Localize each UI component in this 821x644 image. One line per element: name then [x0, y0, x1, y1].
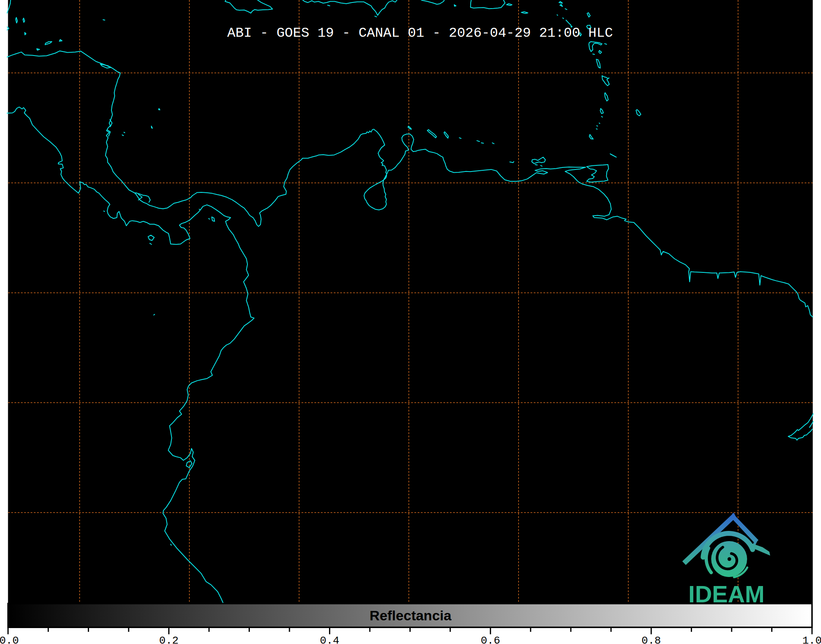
svg-text:0.4: 0.4: [320, 635, 340, 644]
svg-text:0.6: 0.6: [481, 635, 500, 644]
svg-text:1.0: 1.0: [802, 635, 821, 644]
svg-text:ABI - GOES 19 - CANAL 01 - 202: ABI - GOES 19 - CANAL 01 - 2026-04-29 21…: [227, 25, 613, 41]
svg-text:0.2: 0.2: [159, 635, 179, 644]
svg-text:Reflectancia: Reflectancia: [369, 608, 452, 623]
svg-text:0.0: 0.0: [0, 635, 19, 644]
svg-text:0.8: 0.8: [641, 635, 661, 644]
